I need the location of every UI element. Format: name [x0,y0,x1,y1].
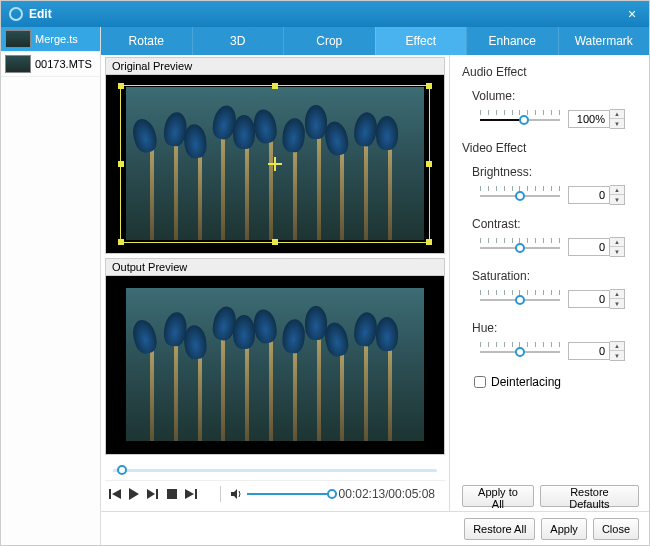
close-icon[interactable]: × [623,6,641,22]
tab-watermark[interactable]: Watermark [558,27,650,55]
tab-crop[interactable]: Crop [283,27,375,55]
stop-button[interactable] [164,485,181,503]
saturation-label: Saturation: [472,269,639,283]
svg-rect-5 [167,489,177,499]
file-name: Merge.ts [35,33,78,45]
restore-all-button[interactable]: Restore All [464,518,535,540]
spin-up[interactable]: ▲ [610,186,624,195]
apply-button[interactable]: Apply [541,518,587,540]
brightness-label: Brightness: [472,165,639,179]
audio-effect-title: Audio Effect [462,65,639,79]
footer: Restore All Apply Close [101,511,649,545]
volume-slider[interactable] [247,487,337,501]
window-title: Edit [29,7,623,21]
step-button[interactable] [145,485,162,503]
svg-rect-4 [156,489,158,499]
restore-defaults-button[interactable]: Restore Defaults [540,485,639,507]
spin-down[interactable]: ▼ [610,299,624,308]
spin-down[interactable]: ▼ [610,119,624,128]
next-button[interactable] [183,485,200,503]
contrast-label: Contrast: [472,217,639,231]
spin-down[interactable]: ▼ [610,247,624,256]
time-display: 00:02:13/00:05:08 [339,487,444,501]
file-list: Merge.ts 00173.MTS [1,27,101,545]
hue-label: Hue: [472,321,639,335]
brightness-slider[interactable] [480,186,560,204]
brightness-spinner[interactable]: ▲▼ [568,185,625,205]
volume-spinner[interactable]: ▲▼ [568,109,625,129]
hue-value[interactable] [568,342,610,360]
video-frame [126,288,423,441]
spin-down[interactable]: ▼ [610,351,624,360]
svg-rect-7 [195,489,197,499]
saturation-slider[interactable] [480,290,560,308]
video-frame [126,87,423,240]
file-item-00173[interactable]: 00173.MTS [1,52,100,77]
spin-up[interactable]: ▲ [610,238,624,247]
spin-up[interactable]: ▲ [610,290,624,299]
svg-rect-0 [109,489,111,499]
svg-marker-8 [231,489,237,499]
play-button[interactable] [126,485,143,503]
tab-effect[interactable]: Effect [375,27,467,55]
tab-bar: Rotate 3D Crop Effect Enhance Watermark [101,27,649,55]
playback-controls: 00:02:13/00:05:08 [105,480,445,507]
saturation-value[interactable] [568,290,610,308]
title-bar: Edit × [1,1,649,27]
contrast-value[interactable] [568,238,610,256]
file-name: 00173.MTS [35,58,92,70]
app-icon [9,7,23,21]
deinterlacing-checkbox[interactable] [474,376,486,388]
volume-icon[interactable] [227,485,247,503]
apply-to-all-button[interactable]: Apply to All [462,485,534,507]
hue-spinner[interactable]: ▲▼ [568,341,625,361]
svg-marker-6 [185,489,194,499]
contrast-slider[interactable] [480,238,560,256]
svg-marker-1 [112,489,121,499]
close-button[interactable]: Close [593,518,639,540]
video-effect-title: Video Effect [462,141,639,155]
original-preview-label: Original Preview [105,57,445,75]
timeline-thumb[interactable] [117,465,127,475]
file-item-merge[interactable]: Merge.ts [1,27,100,52]
output-preview [105,276,445,455]
volume-effect-slider[interactable] [480,110,560,128]
tab-enhance[interactable]: Enhance [466,27,558,55]
spin-up[interactable]: ▲ [610,342,624,351]
original-preview [105,75,445,254]
spin-down[interactable]: ▼ [610,195,624,204]
svg-marker-3 [147,489,155,499]
contrast-spinner[interactable]: ▲▼ [568,237,625,257]
tab-rotate[interactable]: Rotate [101,27,192,55]
output-preview-label: Output Preview [105,258,445,276]
spin-up[interactable]: ▲ [610,110,624,119]
file-thumb [5,55,31,73]
volume-value[interactable] [568,110,610,128]
hue-slider[interactable] [480,342,560,360]
file-thumb [5,30,31,48]
prev-button[interactable] [107,485,124,503]
timeline-slider[interactable] [107,463,443,476]
volume-label: Volume: [472,89,639,103]
deinterlacing-label: Deinterlacing [491,375,561,389]
saturation-spinner[interactable]: ▲▼ [568,289,625,309]
brightness-value[interactable] [568,186,610,204]
tab-3d[interactable]: 3D [192,27,284,55]
svg-marker-2 [129,488,139,500]
effects-panel: Audio Effect Volume: ▲▼ Video Effect Bri… [449,55,649,511]
